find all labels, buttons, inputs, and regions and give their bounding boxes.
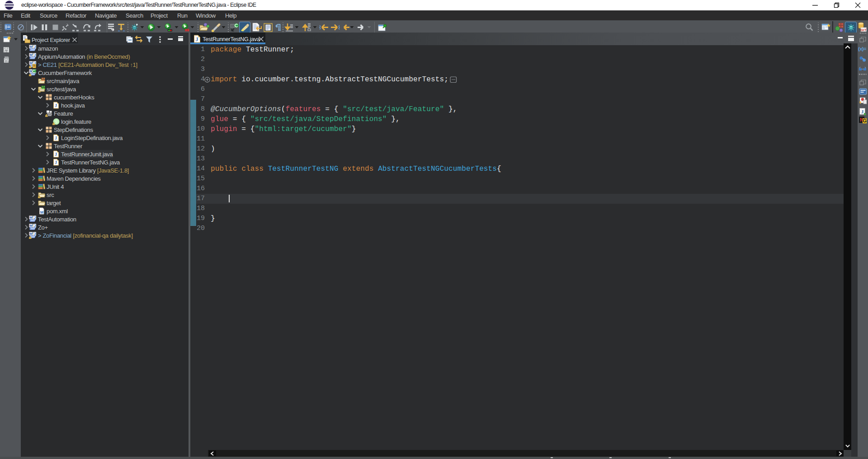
svg-text:J: J (861, 109, 864, 114)
svg-text:G: G (863, 118, 867, 123)
svg-text:J: J (196, 36, 198, 42)
